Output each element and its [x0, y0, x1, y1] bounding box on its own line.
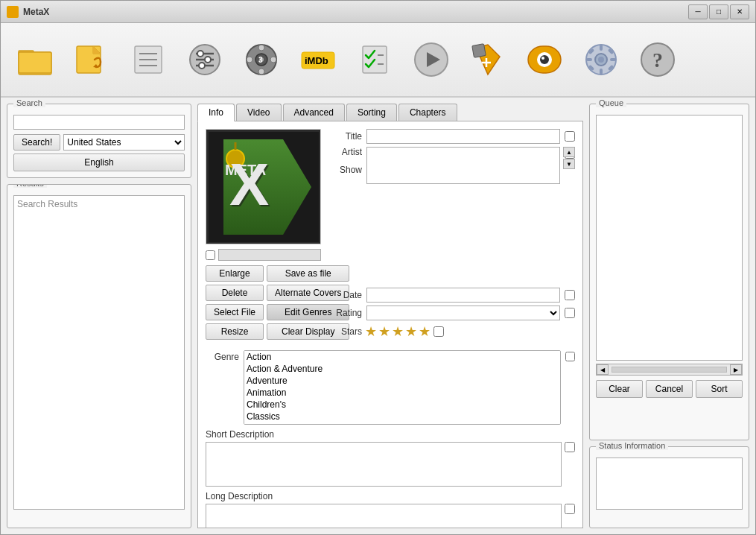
queue-list[interactable]	[596, 115, 743, 361]
tab-advanced[interactable]: Advanced	[283, 104, 345, 121]
title-row: Title	[328, 129, 575, 144]
short-desc-checkbox[interactable]	[565, 442, 575, 452]
file-list-button[interactable]	[121, 30, 175, 89]
svg-text:META: META	[225, 162, 266, 178]
svg-point-37	[541, 57, 544, 60]
status-area	[596, 458, 743, 510]
imdb-button[interactable]: iMDb	[291, 30, 345, 89]
tab-sorting[interactable]: Sorting	[346, 104, 397, 121]
long-desc-checkbox[interactable]	[565, 504, 575, 514]
country-select[interactable]: United States United Kingdom Canada	[63, 134, 185, 151]
stars-display[interactable]: ★ ★ ★ ★ ★	[365, 323, 431, 340]
enlarge-button[interactable]: Enlarge	[206, 265, 264, 282]
artist-scroll-up[interactable]: ▲	[563, 147, 575, 157]
cover-progress-bar	[218, 249, 321, 261]
results-list[interactable]: Search Results	[13, 195, 185, 510]
genre-area: Genre Action Action & Adventure Adventur…	[206, 350, 575, 425]
preview-button[interactable]	[518, 30, 571, 89]
checklist-button[interactable]	[348, 30, 401, 89]
stars-checkbox[interactable]	[433, 326, 444, 337]
language-button[interactable]: English	[13, 153, 185, 171]
svg-point-19	[258, 69, 264, 75]
film-reel-button[interactable]: 3	[235, 30, 288, 89]
genre-action: Action	[244, 351, 560, 363]
svg-point-18	[258, 45, 264, 51]
short-desc-input[interactable]	[206, 442, 562, 487]
date-checkbox[interactable]	[565, 290, 575, 300]
star-2[interactable]: ★	[378, 323, 390, 340]
artist-scroll-down[interactable]: ▼	[563, 159, 575, 169]
title-bar-left: MetaX	[7, 6, 49, 18]
cover-image: X X META	[206, 129, 321, 244]
open-folder-button[interactable]	[8, 30, 62, 89]
gear-icon	[582, 40, 620, 79]
queue-sort-button[interactable]: Sort	[696, 380, 743, 398]
queue-scroll-track	[612, 367, 727, 373]
svg-point-10	[197, 51, 203, 57]
rating-checkbox[interactable]	[565, 308, 575, 318]
resize-button[interactable]: Resize	[206, 323, 264, 340]
long-desc-input[interactable]	[206, 504, 562, 528]
play-icon	[412, 40, 451, 79]
minimize-button[interactable]: ─	[688, 4, 708, 19]
rating-label: Rating	[328, 308, 362, 318]
queue-scroll-left[interactable]: ◀	[597, 364, 609, 375]
star-4[interactable]: ★	[405, 323, 417, 340]
svg-rect-33	[472, 44, 486, 58]
checklist-icon	[355, 40, 394, 79]
star-3[interactable]: ★	[392, 323, 404, 340]
queue-scroll-right[interactable]: ▶	[730, 364, 742, 375]
tab-info[interactable]: Info	[197, 104, 235, 121]
open-folder-icon	[16, 40, 54, 79]
help-button[interactable]: ?	[631, 30, 684, 89]
title-bar: MetaX ─ □ ✕	[1, 1, 755, 23]
date-input[interactable]	[366, 288, 560, 303]
artist-show-input[interactable]	[366, 147, 560, 184]
rating-select[interactable]	[366, 306, 560, 320]
play-button[interactable]	[404, 30, 458, 89]
recent-files-button[interactable]	[65, 30, 118, 89]
results-group: Results Search Results	[7, 184, 191, 528]
close-button[interactable]: ✕	[730, 4, 749, 19]
auto-tag-button[interactable]	[461, 30, 515, 89]
svg-point-20	[247, 57, 252, 63]
help-icon: ?	[638, 40, 677, 79]
fields-area: Title Artist Show	[328, 129, 575, 340]
genre-label: Genre	[206, 350, 239, 362]
title-checkbox[interactable]	[565, 131, 575, 142]
maximize-button[interactable]: □	[709, 4, 728, 19]
tab-video[interactable]: Video	[236, 104, 281, 121]
cover-checkbox-row	[206, 249, 321, 261]
file-list-icon	[129, 40, 168, 79]
gear-button[interactable]	[574, 30, 628, 89]
settings-icon	[185, 40, 224, 79]
queue-scrollbar[interactable]: ◀ ▶	[596, 364, 743, 376]
info-top: X X META Enlarge	[206, 129, 575, 340]
queue-cancel-button[interactable]: Cancel	[646, 380, 693, 398]
search-label: Search	[13, 98, 45, 107]
queue-clear-button[interactable]: Clear	[596, 380, 643, 398]
settings-button[interactable]	[178, 30, 232, 89]
recent-files-icon	[72, 40, 111, 79]
short-desc-label: Short Description	[206, 429, 575, 440]
date-label: Date	[328, 290, 362, 300]
genre-select[interactable]: Action Action & Adventure Adventure Anim…	[244, 350, 561, 425]
results-label: Results	[13, 184, 47, 188]
star-5[interactable]: ★	[419, 323, 431, 340]
preview-icon	[525, 40, 564, 79]
star-1[interactable]: ★	[365, 323, 377, 340]
svg-text:iMDb: iMDb	[305, 55, 328, 66]
title-input[interactable]	[366, 129, 560, 144]
cover-checkbox[interactable]	[206, 250, 215, 260]
search-button[interactable]: Search!	[13, 134, 60, 151]
genre-comedy: Comedy	[244, 422, 560, 425]
select-file-button[interactable]: Select File	[206, 304, 264, 320]
tab-chapters[interactable]: Chapters	[398, 104, 457, 121]
genre-checkbox[interactable]	[565, 352, 575, 361]
search-input[interactable]	[13, 115, 185, 130]
long-desc-label: Long Description	[206, 491, 575, 501]
delete-button[interactable]: Delete	[206, 285, 264, 301]
info-content: X X META Enlarge	[206, 129, 575, 528]
svg-text:?: ?	[652, 48, 663, 72]
genre-childrens: Children's	[244, 399, 560, 411]
